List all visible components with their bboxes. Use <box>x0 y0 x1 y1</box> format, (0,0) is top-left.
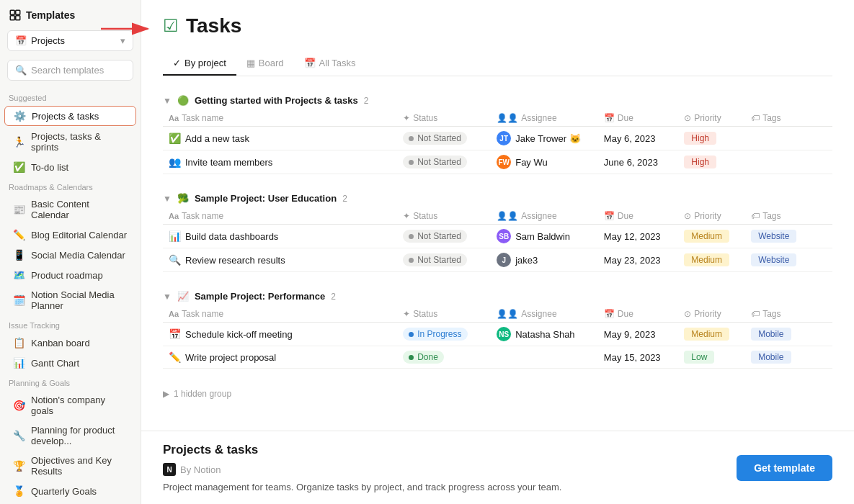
sidebar-item-company-goals[interactable]: 🎯 Notion's company goals <box>4 391 136 420</box>
hidden-group[interactable]: ▶ 1 hidden group <box>163 383 832 405</box>
priority-cell: Medium <box>678 225 745 248</box>
bottom-by: N By Notion <box>163 463 561 476</box>
table-row: 🔍Review research results Not Started Jja… <box>163 248 832 272</box>
section-roadmaps-label: Roadmaps & Calendars <box>0 177 141 194</box>
avatar: J <box>497 253 511 267</box>
sidebar-title: Templates <box>26 9 75 21</box>
task-name: Review research results <box>185 255 285 266</box>
task-name-cell: ✅Add a new task <box>163 127 397 150</box>
status-icon: ✦ <box>403 113 410 123</box>
sidebar-item-basic-content[interactable]: 📰 Basic Content Calendar <box>4 195 136 224</box>
collapse-icon[interactable]: ▼ <box>163 96 172 106</box>
bottom-info: Projects & tasks N By Notion Project man… <box>163 443 561 492</box>
group-emoji: 📈 <box>177 291 189 302</box>
sidebar-item-social-media[interactable]: 📱 Social Media Calendar <box>4 246 136 264</box>
due-cell: May 15, 2023 <box>598 346 678 369</box>
th-status: ✦ Status <box>397 110 491 127</box>
tags-cell: Mobile <box>745 346 832 369</box>
sidebar-item-todo[interactable]: ✅ To-do list <box>4 158 136 176</box>
item-emoji: 🏅 <box>13 485 25 497</box>
assignee-name: Jake Trower 🐱 <box>515 133 580 144</box>
assignee-name: Natasha Shah <box>515 329 574 340</box>
tab-label: Board <box>259 58 284 68</box>
sidebar-item-label: Gantt Chart <box>31 358 79 369</box>
status-dot <box>409 332 414 337</box>
priority-icon: ⊙ <box>684 113 691 123</box>
due-date: May 12, 2023 <box>604 231 661 242</box>
sidebar-header: Templates <box>0 0 141 27</box>
search-box[interactable]: 🔍 Search templates <box>7 60 133 81</box>
sidebar-item-label: Basic Content Calendar <box>31 199 128 220</box>
dropdown-left: 📅 Projects <box>15 35 65 46</box>
get-template-button[interactable]: Get template <box>737 455 832 481</box>
due-date: May 9, 2023 <box>604 329 656 340</box>
collapse-icon[interactable]: ▼ <box>163 292 172 302</box>
priority-cell: Medium <box>678 323 745 346</box>
sidebar-item-label: To-do list <box>31 162 68 173</box>
priority-icon: ⊙ <box>684 211 691 221</box>
tag-icon: 🏷 <box>751 309 760 319</box>
assignee-name: Sam Baldwin <box>515 231 570 242</box>
sidebar-item-label: Projects & tasks <box>32 111 99 122</box>
section-issue-label: Issue Tracking <box>0 315 141 333</box>
item-emoji: 📋 <box>13 337 25 348</box>
task-emoji: 👥 <box>169 156 181 168</box>
tab-all-tasks[interactable]: 📅 All Tasks <box>294 52 366 76</box>
group-count: 2 <box>331 292 336 302</box>
priority-badge: Medium <box>684 328 729 341</box>
status-dot <box>409 234 414 239</box>
tag-badge: Mobile <box>751 351 791 364</box>
sidebar-item-okr[interactable]: 🏆 Objectives and Key Results <box>4 451 136 480</box>
task-name: Write project proposal <box>185 352 276 363</box>
projects-dropdown[interactable]: 📅 Projects ▾ <box>7 30 133 51</box>
sidebar-item-product-roadmap[interactable]: 🗺️ Product roadmap <box>4 266 136 284</box>
priority-cell: High <box>678 127 745 150</box>
tab-bar: ✓ By project ▦ Board 📅 All Tasks <box>163 52 832 76</box>
priority-badge: High <box>684 132 716 145</box>
status-dot <box>409 258 414 263</box>
th-task-name: Aa Task name <box>163 110 397 127</box>
assignee-name: Fay Wu <box>515 157 548 168</box>
group-name: Sample Project: User Education <box>195 193 337 204</box>
sidebar-item-label: Projects, tasks & sprints <box>31 131 128 153</box>
due-cell: June 6, 2023 <box>598 150 678 174</box>
item-emoji: 📰 <box>13 204 25 215</box>
item-emoji: ⚙️ <box>14 110 26 122</box>
tab-board[interactable]: ▦ Board <box>236 52 294 76</box>
sidebar-item-quarterly[interactable]: 🏅 Quarterly Goals <box>4 482 136 500</box>
th-tags: 🏷 Tags <box>745 208 832 225</box>
th-due: 📅 Due <box>598 208 678 225</box>
tab-by-project[interactable]: ✓ By project <box>163 52 236 76</box>
sidebar-item-notion-social[interactable]: 🗓️ Notion Social Media Planner <box>4 286 136 315</box>
sidebar-item-sprints[interactable]: 🏃 Projects, tasks & sprints <box>4 127 136 156</box>
cal-icon: 📅 <box>604 113 615 123</box>
tab-label: By project <box>184 58 226 68</box>
sidebar-item-blog-editorial[interactable]: ✏️ Blog Editorial Calendar <box>4 225 136 244</box>
notion-icon: N <box>163 463 176 476</box>
task-status-cell: Not Started <box>397 248 491 272</box>
task-table-user-education: Aa Task name ✦ Status 👤👤 Assignee 📅 Due … <box>163 208 832 272</box>
sidebar-item-label: Planning for product develop... <box>31 425 128 446</box>
sidebar-item-kanban[interactable]: 📋 Kanban board <box>4 333 136 352</box>
table-row: 📊Build data dashboards Not Started SBSam… <box>163 225 832 248</box>
svg-rect-3 <box>16 16 20 20</box>
th-due: 📅 Due <box>598 306 678 323</box>
status-badge: Not Started <box>403 132 467 145</box>
group-count: 2 <box>364 96 369 106</box>
sidebar-item-product-planning[interactable]: 🔧 Planning for product develop... <box>4 421 136 450</box>
due-cell: May 23, 2023 <box>598 248 678 272</box>
group-emoji: 🟢 <box>177 95 189 106</box>
task-status-cell: Done <box>397 346 491 369</box>
tags-cell: Website <box>745 248 832 272</box>
sidebar-item-gantt[interactable]: 📊 Gantt Chart <box>4 354 136 372</box>
sidebar-item-projects-tasks[interactable]: ⚙️ Projects & tasks <box>4 106 136 126</box>
collapse-icon[interactable]: ▼ <box>163 194 172 204</box>
table-row: 👥Invite team members Not Started FWFay W… <box>163 150 832 174</box>
group-user-education: ▼ 🥦 Sample Project: User Education 2 Aa … <box>163 189 832 272</box>
th-priority: ⊙ Priority <box>678 110 745 127</box>
priority-icon: ⊙ <box>684 309 691 319</box>
priority-badge: Low <box>684 351 714 364</box>
tag-icon: 🏷 <box>751 211 760 221</box>
task-name: Invite team members <box>185 157 272 168</box>
priority-cell: Medium <box>678 248 745 272</box>
